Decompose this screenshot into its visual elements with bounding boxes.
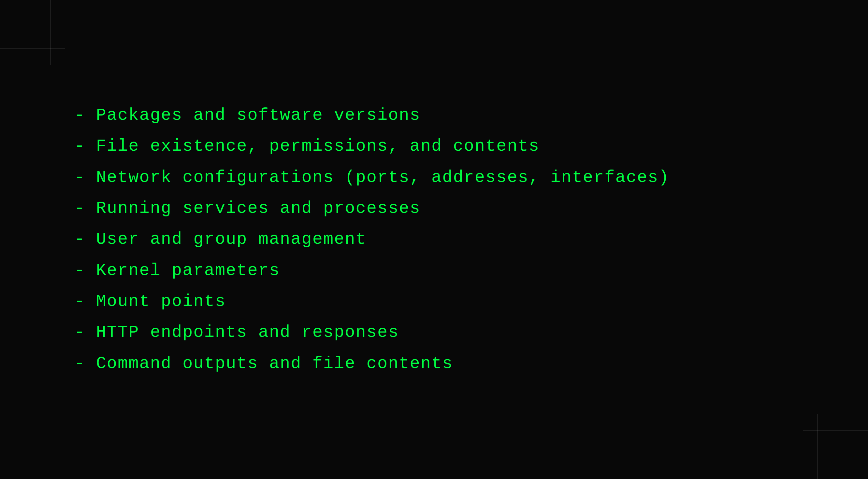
list-item: - Packages and software versions (64, 103, 804, 128)
list-item: - Mount points (64, 289, 804, 314)
feature-list: - Packages and software versions - File … (64, 103, 804, 376)
list-dash: - (64, 261, 96, 280)
crosshair-bottom-right-horizontal (803, 431, 868, 431)
list-item-text: HTTP endpoints and responses (96, 320, 399, 345)
list-item-text: Packages and software versions (96, 103, 421, 128)
list-dash: - (64, 230, 96, 249)
list-item: - Running services and processes (64, 196, 804, 220)
list-item-text: Network configurations (ports, addresses… (96, 165, 670, 190)
list-item-text: User and group management (96, 227, 367, 251)
list-dash: - (64, 168, 96, 187)
list-dash: - (64, 137, 96, 156)
list-dash: - (64, 323, 96, 342)
terminal-screen: - Packages and software versions - File … (0, 0, 868, 479)
list-item: - Network configurations (ports, address… (64, 165, 804, 190)
list-item: - Kernel parameters (64, 259, 804, 283)
list-item-text: Mount points (96, 289, 226, 314)
list-item: - HTTP endpoints and responses (64, 320, 804, 345)
list-item: - Command outputs and file contents (64, 351, 804, 376)
list-item-text: File existence, permissions, and content… (96, 134, 539, 159)
list-dash: - (64, 106, 96, 125)
list-item: - User and group management (64, 227, 804, 251)
list-item-text: Command outputs and file contents (96, 351, 453, 376)
list-item: - File existence, permissions, and conte… (64, 134, 804, 159)
content-area: - Packages and software versions - File … (51, 50, 817, 429)
list-dash: - (64, 292, 96, 311)
crosshair-top-left-horizontal (0, 48, 65, 48)
list-item-text: Running services and processes (96, 196, 421, 220)
list-item-text: Kernel parameters (96, 259, 280, 283)
list-dash: - (64, 199, 96, 218)
list-dash: - (64, 354, 96, 373)
